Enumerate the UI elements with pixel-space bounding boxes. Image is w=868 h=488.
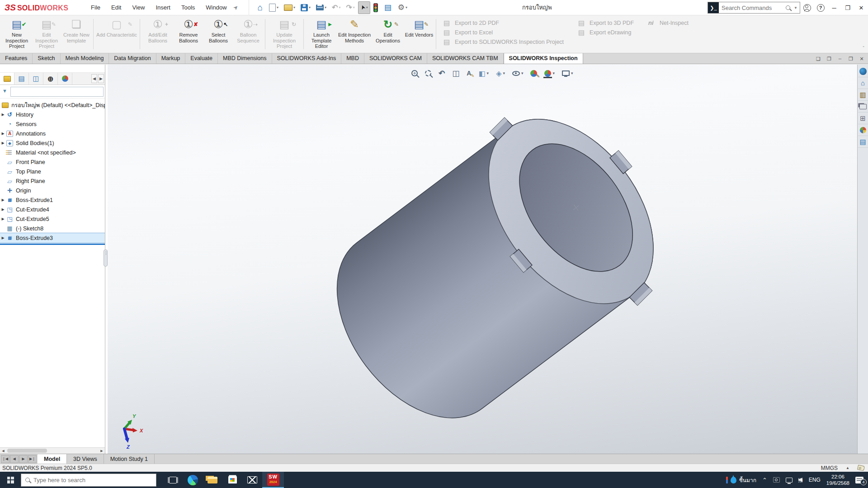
document-window-icon[interactable] <box>857 55 866 63</box>
tree-item[interactable]: Origin <box>0 186 105 195</box>
taskbar-solidworks-app[interactable]: SW 2024 <box>262 472 284 488</box>
command-tab[interactable]: Mesh Modeling <box>61 53 109 64</box>
quick-tool-button[interactable] <box>358 1 370 14</box>
command-tab[interactable]: MBD Dimensions <box>218 53 272 64</box>
search-commands-box[interactable]: ❯_ ▼ <box>708 2 800 14</box>
command-tab[interactable]: MBD <box>341 53 364 64</box>
ribbon-button[interactable]: Create New template <box>61 15 91 53</box>
hud-button[interactable] <box>451 68 461 79</box>
command-tab[interactable]: SOLIDWORKS Inspection <box>504 53 583 64</box>
tree-item[interactable]: Material <not specified> <box>0 148 105 157</box>
task-pane-icon[interactable] <box>858 77 868 89</box>
ribbon-button[interactable]: Edit Inspection Methods <box>337 15 372 53</box>
tree-item[interactable]: Annotations <box>0 129 105 138</box>
filter-funnel-icon[interactable] <box>1 88 9 95</box>
panel-splitter-handle[interactable]: ⋮ <box>104 249 108 267</box>
quick-tool-button[interactable] <box>314 1 329 14</box>
notification-center-icon[interactable]: 4 <box>855 477 863 483</box>
next-tab-icon[interactable]: ▶ <box>19 455 28 463</box>
tree-root-item[interactable]: กรอบใหญ่พ (Default) <<Default>_Displ <box>0 100 105 110</box>
ribbon-button[interactable]: Edit Inspection Project <box>32 15 61 53</box>
expand-arrow-icon[interactable] <box>0 131 6 136</box>
document-window-icon[interactable] <box>835 55 844 63</box>
menu-item[interactable]: Edit <box>106 0 127 15</box>
hud-button[interactable] <box>424 68 433 79</box>
hud-button[interactable] <box>495 68 506 79</box>
panel-tab[interactable] <box>29 73 43 84</box>
ribbon-button[interactable]: Add/Edit Balloons <box>142 15 174 53</box>
help-button[interactable]: ? <box>814 0 827 15</box>
search-dropdown-caret-icon[interactable]: ▼ <box>794 6 797 10</box>
panel-tab[interactable] <box>58 73 72 84</box>
units-label[interactable]: MMGS <box>821 465 838 471</box>
ribbon-button[interactable]: Add Characteristic <box>95 15 138 53</box>
start-button[interactable] <box>0 472 21 488</box>
taskbar-clock[interactable]: 22:06 19/6/2568 <box>826 474 849 486</box>
rollback-bar[interactable] <box>0 244 105 245</box>
hud-button[interactable] <box>529 68 539 79</box>
hud-button[interactable] <box>437 68 446 79</box>
search-icon[interactable] <box>786 5 790 10</box>
quick-tool-button[interactable] <box>282 1 297 14</box>
panel-tab[interactable] <box>14 73 29 84</box>
quick-tool-button[interactable] <box>382 1 395 14</box>
command-tab[interactable]: SOLIDWORKS CAM TBM <box>427 53 504 64</box>
tree-item[interactable]: Right Plane <box>0 176 105 186</box>
expand-arrow-icon[interactable] <box>0 198 6 202</box>
ribbon-button[interactable]: Select Balloons <box>203 15 233 53</box>
panel-tab-right-arrow-icon[interactable]: ▶ <box>98 74 104 83</box>
prev-tab-icon[interactable]: ◀ <box>10 455 19 463</box>
tree-filter-input[interactable] <box>10 87 104 97</box>
model-canvas[interactable]: X Y Z <box>108 65 857 454</box>
menu-item[interactable]: Window <box>200 0 232 15</box>
expand-arrow-icon[interactable] <box>0 236 6 240</box>
ribbon-button[interactable]: Remove Balloons <box>174 15 203 53</box>
taskbar-app-icon[interactable] <box>203 472 222 488</box>
menu-item[interactable]: File <box>85 0 106 15</box>
panel-tab[interactable] <box>0 73 14 84</box>
close-button[interactable]: ✕ <box>854 0 868 15</box>
quick-tool-button[interactable] <box>267 1 281 14</box>
quick-tool-button[interactable] <box>298 1 313 14</box>
tree-item[interactable]: Cut-Extrude5 <box>0 214 105 224</box>
cylinder-model[interactable] <box>297 74 701 454</box>
scroll-left-icon[interactable]: ◀ <box>0 448 6 454</box>
units-caret-icon[interactable]: ▲ <box>846 466 849 470</box>
expand-arrow-icon[interactable] <box>0 113 6 117</box>
scroll-thumb[interactable] <box>7 449 47 453</box>
taskbar-app-icon[interactable] <box>183 472 203 488</box>
tags-icon[interactable] <box>857 465 865 471</box>
tree-item[interactable]: Cut-Extrude4 <box>0 205 105 214</box>
hud-button[interactable] <box>465 68 472 79</box>
export-button[interactable]: Export to 2D PDF <box>443 18 564 28</box>
document-window-icon[interactable] <box>814 55 823 63</box>
document-window-icon[interactable] <box>846 55 855 63</box>
panel-horizontal-scrollbar[interactable]: ◀ ▶ <box>0 447 105 454</box>
expand-arrow-icon[interactable] <box>0 141 6 145</box>
hud-button[interactable] <box>410 68 419 79</box>
command-tab[interactable]: Markup <box>156 53 186 64</box>
pin-icon[interactable]: ➤ <box>231 3 240 11</box>
restore-button[interactable]: ❐ <box>841 0 854 15</box>
expand-arrow-icon[interactable] <box>0 217 6 221</box>
taskbar-app-icon[interactable] <box>163 472 183 488</box>
tree-item[interactable]: Top Plane <box>0 167 105 176</box>
minimize-button[interactable]: ─ <box>827 0 841 15</box>
menu-item[interactable]: Tools <box>176 0 200 15</box>
command-tab[interactable]: SOLIDWORKS Add-Ins <box>272 53 342 64</box>
command-tab[interactable]: Sketch <box>33 53 60 64</box>
expand-arrow-icon[interactable] <box>0 207 6 211</box>
graphics-viewport[interactable]: X Y Z <box>108 65 857 454</box>
account-button[interactable] <box>800 0 814 15</box>
taskbar-app-icon[interactable] <box>242 472 262 488</box>
last-tab-icon[interactable]: ▶❘ <box>28 455 37 463</box>
command-tab[interactable]: Evaluate <box>185 53 218 64</box>
ribbon-button[interactable]: Launch Template Editor <box>306 15 337 53</box>
hud-button[interactable] <box>543 68 557 79</box>
task-pane-icon[interactable] <box>858 136 868 148</box>
task-pane-icon[interactable] <box>858 101 868 113</box>
taskbar-app-icon[interactable] <box>222 472 242 488</box>
hud-button[interactable] <box>477 68 490 79</box>
tree-item[interactable]: History <box>0 110 105 119</box>
language-indicator[interactable]: ENG <box>809 477 821 483</box>
